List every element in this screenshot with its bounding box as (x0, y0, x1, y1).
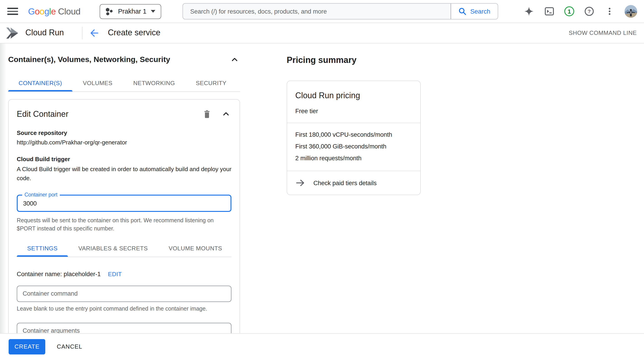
cancel-button[interactable]: CANCEL (57, 343, 82, 350)
project-hexagons-icon (105, 7, 114, 15)
pricing-card: Cloud Run pricing Free tier First 180,00… (287, 81, 421, 195)
sub-header: Cloud Run Create service SHOW COMMAND LI… (0, 23, 644, 43)
main-content: Container(s), Volumes, Networking, Secur… (0, 43, 644, 333)
container-port-helper: Requests will be sent to the container o… (17, 217, 222, 233)
search-input[interactable] (183, 3, 450, 19)
gemini-sparkle-icon[interactable] (524, 6, 534, 17)
avatar[interactable] (624, 5, 637, 18)
chevron-down-icon (151, 10, 156, 13)
tab-variables-secrets[interactable]: VARIABLES & SECRETS (68, 240, 158, 257)
cloud-build-trigger-label: Cloud Build trigger (17, 156, 232, 163)
source-repository-value: http://github.com/Prakhar-org/qr-generat… (17, 139, 232, 146)
project-selector[interactable]: Prakhar 1 (100, 4, 162, 19)
pricing-summary: Pricing summary Cloud Run pricing Free t… (287, 43, 421, 195)
help-icon[interactable]: ? (584, 6, 595, 17)
check-paid-tiers-label: Check paid tiers details (314, 179, 376, 186)
svg-text:?: ? (588, 8, 590, 14)
page-title: Create service (108, 28, 160, 37)
vertical-divider (82, 26, 82, 39)
container-arguments-input[interactable] (17, 323, 232, 333)
tab-networking[interactable]: NETWORKING (123, 75, 186, 91)
cloud-run-icon (6, 26, 19, 40)
cloud-shell-icon[interactable] (544, 6, 555, 17)
notification-count: 1 (568, 8, 571, 15)
container-port-label: Container port (22, 192, 60, 198)
pricing-item: 2 million requests/month (295, 155, 412, 162)
menu-icon[interactable] (7, 6, 18, 17)
edit-container-name-link[interactable]: EDIT (108, 271, 122, 277)
cloud-build-trigger-description: A Cloud Build trigger will be created in… (17, 165, 235, 183)
left-scroll-shadow (0, 43, 6, 333)
search-bar: Search (182, 3, 498, 19)
pricing-heading: Pricing summary (287, 55, 421, 65)
page: Google Cloud Prakhar 1 (0, 0, 644, 359)
free-tier-label: Free tier (295, 108, 412, 114)
container-command-input[interactable] (17, 286, 232, 302)
back-arrow-icon[interactable] (89, 27, 100, 38)
container-port-input[interactable] (18, 196, 230, 211)
section-title: Container(s), Volumes, Networking, Secur… (8, 55, 170, 64)
container-name-label: Container name: placeholder-1 (17, 271, 101, 277)
container-port-field: Container port (17, 195, 232, 212)
tab-volumes[interactable]: VOLUMES (72, 75, 123, 91)
google-cloud-logo: Google Cloud (28, 6, 80, 16)
tab-settings[interactable]: SETTINGS (17, 240, 68, 257)
top-bar: Google Cloud Prakhar 1 (0, 0, 644, 23)
project-name: Prakhar 1 (118, 8, 146, 15)
delete-icon[interactable] (202, 109, 212, 119)
notification-count-badge[interactable]: 1 (564, 6, 574, 16)
top-bar-actions: 1 ? (524, 0, 637, 23)
edit-container-card: Edit Container Source repo (8, 99, 240, 333)
pricing-item: First 180,000 vCPU-seconds/month (295, 131, 412, 138)
show-command-line-button[interactable]: SHOW COMMAND LINE (568, 29, 637, 36)
service-form: Container(s), Volumes, Networking, Secur… (8, 43, 240, 333)
source-repository-label: Source repository (17, 129, 232, 136)
container-tabs: SETTINGS VARIABLES & SECRETS VOLUME MOUN… (17, 240, 232, 257)
pricing-card-title: Cloud Run pricing (295, 91, 412, 100)
cloud-logo-word: Cloud (58, 6, 80, 16)
collapse-card-chevron-icon[interactable] (220, 109, 232, 119)
tab-volume-mounts[interactable]: VOLUME MOUNTS (158, 240, 232, 257)
tab-security[interactable]: SECURITY (186, 75, 237, 91)
google-logo-word: Google (28, 6, 56, 16)
search-button[interactable]: Search (450, 3, 498, 19)
search-button-label: Search (470, 8, 490, 15)
container-command-helper: Leave blank to use the entry point comma… (17, 305, 232, 312)
product-name: Cloud Run (25, 28, 64, 37)
search-icon (458, 7, 467, 15)
create-button[interactable]: CREATE (8, 339, 46, 354)
arrow-right-icon (295, 178, 305, 188)
tab-containers[interactable]: CONTAINER(S) (8, 75, 72, 91)
section-tabs: CONTAINER(S) VOLUMES NETWORKING SECURITY (8, 75, 240, 92)
footer-bar: CREATE CANCEL (0, 333, 644, 359)
collapse-section-chevron-icon[interactable] (229, 54, 240, 65)
kebab-menu-icon[interactable] (604, 6, 615, 17)
card-title: Edit Container (17, 109, 194, 119)
pricing-item: First 360,000 GiB-seconds/month (295, 143, 412, 150)
check-paid-tiers-link[interactable]: Check paid tiers details (287, 171, 385, 195)
